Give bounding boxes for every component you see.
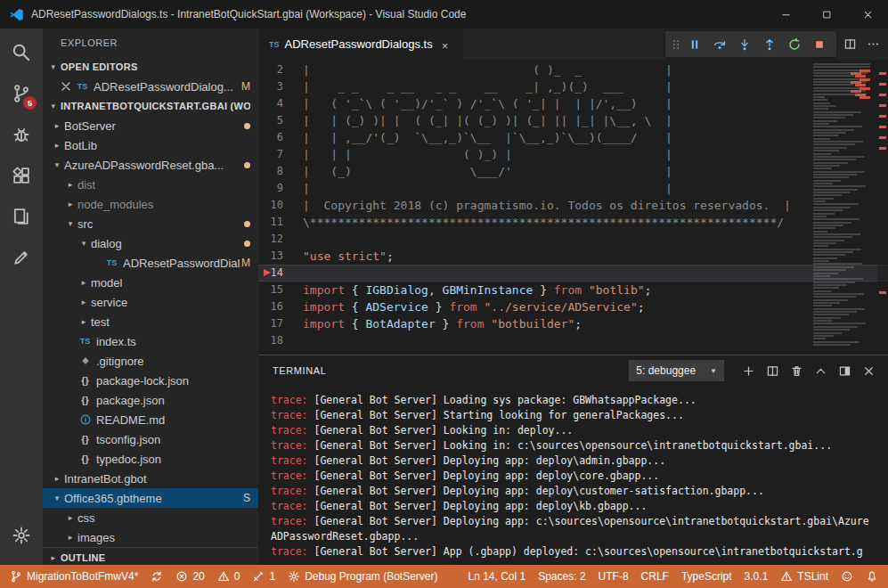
drag-handle-icon[interactable] — [670, 32, 682, 57]
code-line-11[interactable]: 11\*************************************… — [258, 214, 888, 231]
step-over-button[interactable] — [707, 32, 732, 57]
tab-close-icon[interactable]: × — [442, 39, 452, 50]
code-lines: 2| ( )_ _ |3| _ _ _ __ _ _ __ _| ,_)(_) … — [258, 61, 888, 349]
activity-debug[interactable] — [0, 114, 43, 155]
code-line-18[interactable]: 18 — [258, 332, 888, 349]
tree-item-botserver[interactable]: ▸BotServer — [43, 116, 258, 135]
tree-item-adresetpassworddialog[interactable]: TSADResetPasswordDialog...M — [43, 77, 258, 96]
tree-item-package-json[interactable]: {}package.json — [43, 390, 258, 410]
more-actions-button[interactable] — [861, 33, 884, 56]
status-debug-status[interactable]: Debug Program (BotServer) — [281, 565, 444, 588]
tree-item-adresetpassworddial[interactable]: TSADResetPasswordDial...M — [43, 253, 258, 273]
editor-tab-bar: TS ADResetPasswordDialogs.ts × — [258, 29, 888, 60]
code-line-6[interactable]: 6| | ,__/'(_) `\__,_)`\__ |`\__,_)`\__)(… — [258, 129, 888, 146]
status-language-mode[interactable]: TypeScript — [675, 565, 738, 588]
status-notifications[interactable] — [859, 565, 884, 588]
split-editor-button[interactable] — [838, 33, 861, 56]
code-line-3[interactable]: 3| _ _ _ __ _ _ __ _| ,_)(_) ___ | — [258, 78, 888, 95]
code-line-14[interactable]: 14 — [258, 265, 888, 282]
code-editor[interactable]: 2| ( )_ _ |3| _ _ _ __ _ _ __ _| ,_)(_) … — [258, 60, 888, 355]
ruler-error-mark — [879, 115, 886, 118]
stop-button[interactable] — [807, 32, 832, 57]
code-line-9[interactable]: 9| | — [258, 180, 888, 197]
activity-source-control[interactable]: 5 — [0, 73, 43, 114]
activity-edit[interactable] — [0, 237, 43, 278]
section-intranetbotquickstart-gbai-wo[interactable]: ▾INTRANETBOTQUICKSTART.GBAI (WO... — [43, 96, 258, 116]
tree-item-images[interactable]: ▸images — [43, 527, 258, 547]
activity-extensions[interactable] — [0, 155, 43, 196]
status-warnings[interactable]: 0 — [211, 565, 247, 588]
close-panel-button[interactable] — [858, 360, 879, 381]
maximize-panel-button[interactable] — [810, 360, 831, 381]
terminal-select[interactable]: 5: debuggee ▼ — [629, 360, 724, 381]
status-eol[interactable]: CRLF — [635, 565, 675, 588]
tree-item-typedoc-json[interactable]: {}typedoc.json — [43, 449, 258, 469]
status-feedback[interactable] — [835, 565, 859, 588]
tab-adresetpassworddialogs[interactable]: TS ADResetPasswordDialogs.ts × — [258, 29, 463, 60]
restart-button[interactable] — [782, 32, 807, 57]
close-button[interactable] — [847, 0, 888, 29]
code-line-17[interactable]: 17import { BotAdapter } from "botbuilder… — [258, 315, 888, 332]
minimap-line — [813, 192, 850, 193]
tree-item-model[interactable]: ▸model — [43, 273, 258, 292]
status-indentation[interactable]: Spaces: 2 — [532, 565, 591, 588]
tree-item-azureadpasswordreset-gba[interactable]: ▾AzureADPasswordReset.gba... — [43, 155, 258, 175]
code-line-8[interactable]: 8| (_) \___/' | — [258, 163, 888, 180]
status-errors[interactable]: 20 — [169, 565, 210, 588]
step-into-button[interactable] — [732, 32, 757, 57]
code-line-16[interactable]: 16import { ADService } from "../service/… — [258, 298, 888, 315]
panel-position-button[interactable] — [834, 360, 855, 381]
trace-prefix: trace: — [271, 409, 308, 421]
tree-item-botlib[interactable]: ▸BotLib — [43, 135, 258, 155]
status-tslint[interactable]: TSLint — [774, 565, 835, 588]
new-terminal-button[interactable] — [737, 360, 759, 381]
minimize-button[interactable] — [765, 0, 806, 29]
minimap[interactable] — [811, 60, 876, 355]
code-line-2[interactable]: 2| ( )_ _ | — [258, 61, 888, 78]
step-out-button[interactable] — [757, 32, 782, 57]
pause-button[interactable] — [682, 32, 707, 57]
tab-terminal[interactable]: TERMINAL — [273, 365, 326, 376]
code-line-4[interactable]: 4| ( '_`\ ( '__)/'_` ) /'_`\ ( '_| | | |… — [258, 95, 888, 112]
status-tasks[interactable]: 1 — [246, 565, 281, 588]
terminal-output[interactable]: trace: [General Bot Server] Loading sys … — [258, 386, 888, 565]
overview-ruler[interactable] — [877, 60, 888, 355]
tree-item-node-modules[interactable]: ▸node_modules — [43, 194, 258, 214]
minimap-line — [813, 227, 835, 229]
code-line-13[interactable]: 13"use strict"; — [258, 248, 888, 265]
code-line-10[interactable]: 10| Copyright 2018 (c) pragmatismo.io. T… — [258, 197, 888, 214]
code-line-12[interactable]: 12 — [258, 231, 888, 248]
tree-item-index-ts[interactable]: TSindex.ts — [43, 331, 258, 351]
tree-item-readme-md[interactable]: README.md — [43, 410, 258, 429]
tree-item-gitignore[interactable]: .gitignore — [43, 351, 258, 371]
code-line-15[interactable]: 15import { IGBDialog, GBMinInstance } fr… — [258, 282, 888, 298]
tree-item-package-lock-json[interactable]: {}package-lock.json — [43, 371, 258, 390]
tree-item-office365-gbtheme[interactable]: ▾Office365.gbthemeS — [43, 488, 258, 508]
tree-item-css[interactable]: ▸css — [43, 508, 258, 527]
status-label: TSLint — [797, 570, 828, 583]
tree-item-service[interactable]: ▸service — [43, 292, 258, 312]
close-icon[interactable] — [59, 79, 73, 94]
close-icon — [862, 364, 876, 378]
status-sync[interactable] — [144, 565, 169, 588]
tree-item-dist[interactable]: ▸dist — [43, 175, 258, 194]
code-line-7[interactable]: 7| | | ( )_) | | — [258, 146, 888, 163]
activity-settings-gear[interactable] — [0, 515, 43, 556]
section-open-editors[interactable]: ▾OPEN EDITORS — [43, 57, 258, 77]
activity-files[interactable] — [0, 196, 43, 237]
code-line-5[interactable]: 5| | (_) )| | ( (_| |( (_) )| (_| || |_|… — [258, 112, 888, 129]
tree-item-test[interactable]: ▸test — [43, 312, 258, 331]
split-terminal-button[interactable] — [762, 360, 783, 381]
status-cursor-position[interactable]: Ln 14, Col 1 — [461, 565, 532, 588]
status-encoding[interactable]: UTF-8 — [592, 565, 635, 588]
status-ts-version[interactable]: 3.0.1 — [738, 565, 775, 588]
tree-item-intranetbot-gbot[interactable]: ▸IntranetBot.gbot — [43, 469, 258, 488]
tree-item-src[interactable]: ▾src — [43, 214, 258, 233]
tree-item-dialog[interactable]: ▾dialog — [43, 233, 258, 253]
activity-search[interactable] — [0, 32, 43, 73]
maximize-button[interactable] — [806, 0, 847, 29]
status-git-branch[interactable]: MigrationToBotFmwV4* — [4, 565, 144, 588]
section-outline[interactable]: ▸OUTLINE — [43, 547, 258, 565]
kill-terminal-button[interactable] — [786, 360, 807, 381]
tree-item-tsconfig-json[interactable]: {}tsconfig.json — [43, 429, 258, 449]
